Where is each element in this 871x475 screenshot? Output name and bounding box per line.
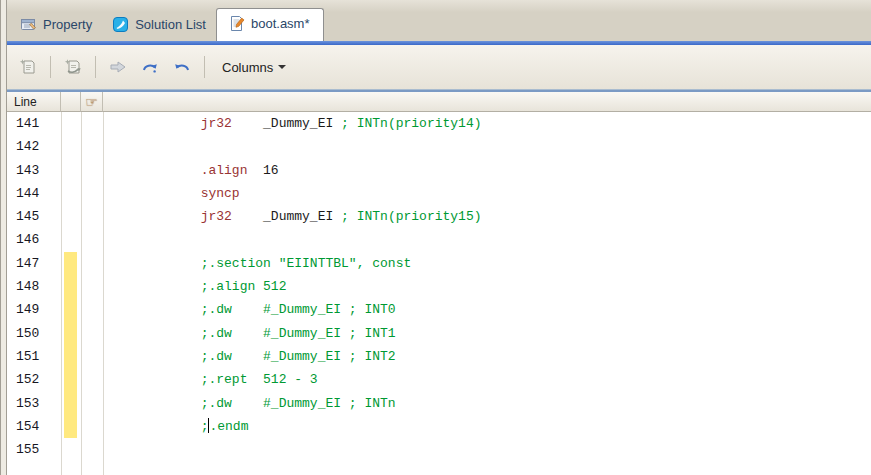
- tab-label: Property: [43, 17, 92, 32]
- solution-list-icon: [112, 16, 129, 33]
- code-line[interactable]: 142: [7, 135, 871, 158]
- code-segment: jr32: [201, 209, 232, 224]
- columns-dropdown-caret-icon: [278, 65, 286, 69]
- doc-star-arrow-button[interactable]: [60, 54, 86, 80]
- code-text[interactable]: [103, 438, 871, 461]
- code-line[interactable]: 144 syncp: [7, 182, 871, 205]
- edit-marker: [64, 322, 77, 345]
- line-number[interactable]: 155: [7, 438, 61, 461]
- code-segment: [107, 163, 201, 178]
- columns-dropdown-button[interactable]: Columns: [214, 56, 294, 79]
- code-text[interactable]: ;.dw #_Dummy_EI ; INT0: [103, 298, 871, 321]
- line-number[interactable]: 148: [7, 275, 61, 298]
- address-cell: [81, 252, 103, 275]
- line-number[interactable]: 150: [7, 322, 61, 345]
- tab-solution-list[interactable]: Solution List: [102, 10, 216, 41]
- code-text[interactable]: [103, 228, 871, 251]
- address-cell: [81, 345, 103, 368]
- toolbar-separator: [204, 56, 205, 78]
- code-text[interactable]: ;.endm: [103, 415, 871, 438]
- code-line[interactable]: 150 ;.dw #_Dummy_EI ; INT1: [7, 322, 871, 345]
- code-segment: [107, 396, 201, 411]
- edit-marker-cell: [61, 159, 81, 182]
- code-segment: [232, 116, 263, 131]
- line-number[interactable]: 143: [7, 159, 61, 182]
- address-cell: [81, 298, 103, 321]
- address-cell: [81, 135, 103, 158]
- address-cell: [81, 275, 103, 298]
- code-line[interactable]: 148 ;.align 512: [7, 275, 871, 298]
- tab-label: Solution List: [135, 17, 206, 32]
- line-number[interactable]: 154: [7, 415, 61, 438]
- address-cell: [81, 112, 103, 135]
- code-line[interactable]: 149 ;.dw #_Dummy_EI ; INT0: [7, 298, 871, 321]
- code-segment: ;.dw #_Dummy_EI ; INT2: [201, 349, 396, 364]
- code-text[interactable]: ;.dw #_Dummy_EI ; INTn: [103, 392, 871, 415]
- code-segment: ;.dw #_Dummy_EI ; INT0: [201, 302, 396, 317]
- code-rows[interactable]: 141 jr32 _Dummy_EI ; INTn(priority14)142…: [7, 112, 871, 475]
- undo-arrow-icon: [172, 58, 192, 76]
- line-header-label: Line: [14, 95, 37, 109]
- code-text[interactable]: ;.align 512: [103, 275, 871, 298]
- doc-star-icon: [18, 58, 38, 76]
- document-edit-icon: [228, 15, 245, 32]
- code-line[interactable]: 147 ;.section "EIINTTBL", const: [7, 252, 871, 275]
- code-line[interactable]: 155: [7, 438, 871, 461]
- tab-bar: Property Solution List boot.asm*: [7, 0, 871, 41]
- line-number[interactable]: 153: [7, 392, 61, 415]
- doc-star-arrow-icon: [63, 58, 83, 76]
- address-cell: [81, 205, 103, 228]
- undo-button[interactable]: [169, 54, 195, 80]
- code-segment: ;.align 512: [201, 279, 287, 294]
- line-number[interactable]: 152: [7, 368, 61, 391]
- code-line[interactable]: 152 ;.rept 512 - 3: [7, 368, 871, 391]
- code-text[interactable]: ;.dw #_Dummy_EI ; INT1: [103, 322, 871, 345]
- edit-marker-cell: [61, 415, 81, 438]
- line-number[interactable]: 142: [7, 135, 61, 158]
- edit-marker: [64, 252, 77, 275]
- edit-marker-cell: [61, 392, 81, 415]
- line-number[interactable]: 151: [7, 345, 61, 368]
- line-number[interactable]: 146: [7, 228, 61, 251]
- address-column-header: ☞: [81, 92, 103, 112]
- code-segment: 16: [263, 163, 279, 178]
- address-cell: [81, 228, 103, 251]
- code-text[interactable]: ;.rept 512 - 3: [103, 368, 871, 391]
- edit-marker: [64, 392, 77, 415]
- code-line[interactable]: 153 ;.dw #_Dummy_EI ; INTn: [7, 392, 871, 415]
- forward-button[interactable]: [105, 54, 131, 80]
- tab-boot-asm[interactable]: boot.asm*: [216, 8, 324, 41]
- address-cell: [81, 182, 103, 205]
- code-line[interactable]: 151 ;.dw #_Dummy_EI ; INT2: [7, 345, 871, 368]
- redo-button[interactable]: [137, 54, 163, 80]
- code-text[interactable]: jr32 _Dummy_EI ; INTn(priority15): [103, 205, 871, 228]
- edit-marker-cell: [61, 135, 81, 158]
- tab-property[interactable]: Property: [10, 10, 102, 41]
- code-text[interactable]: ;.section "EIINTTBL", const: [103, 252, 871, 275]
- code-text[interactable]: jr32 _Dummy_EI ; INTn(priority14): [103, 112, 871, 135]
- code-line[interactable]: 146: [7, 228, 871, 251]
- gutter-header: Line ☞: [7, 92, 871, 112]
- line-number[interactable]: 145: [7, 205, 61, 228]
- line-column-header: Line: [7, 92, 61, 112]
- edit-marker-cell: [61, 345, 81, 368]
- code-segment: ;: [201, 419, 209, 434]
- code-text[interactable]: syncp: [103, 182, 871, 205]
- doc-star-button[interactable]: [15, 54, 41, 80]
- code-segment: [107, 116, 201, 131]
- code-segment: [107, 372, 201, 387]
- code-text[interactable]: .align 16: [103, 159, 871, 182]
- code-line[interactable]: 143 .align 16: [7, 159, 871, 182]
- code-segment: ; INTn(priority15): [341, 209, 481, 224]
- code-text[interactable]: ;.dw #_Dummy_EI ; INT2: [103, 345, 871, 368]
- line-number[interactable]: 144: [7, 182, 61, 205]
- line-number[interactable]: 141: [7, 112, 61, 135]
- code-segment: ;.rept 512 - 3: [201, 372, 318, 387]
- code-line[interactable]: 141 jr32 _Dummy_EI ; INTn(priority14): [7, 112, 871, 135]
- code-line[interactable]: 154 ;.endm: [7, 415, 871, 438]
- line-number[interactable]: 149: [7, 298, 61, 321]
- address-cell: [81, 159, 103, 182]
- line-number[interactable]: 147: [7, 252, 61, 275]
- code-text[interactable]: [103, 135, 871, 158]
- code-line[interactable]: 145 jr32 _Dummy_EI ; INTn(priority15): [7, 205, 871, 228]
